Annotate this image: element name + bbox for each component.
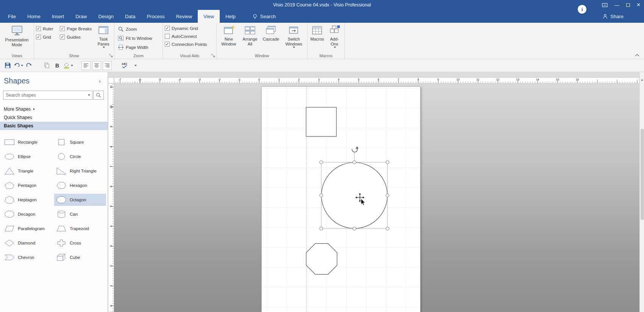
grid-checkbox[interactable]: Grid (36, 34, 57, 39)
task-panes-button[interactable]: Task Panes (95, 24, 112, 53)
autoconnect-checkbox[interactable]: AutoConnect (165, 34, 207, 39)
stencil-decagon[interactable]: Decagon (2, 208, 54, 220)
stencil-diamond[interactable]: Diamond (2, 237, 54, 249)
collapse-panel-button[interactable]: ‹ (96, 78, 104, 84)
copy-button[interactable] (42, 61, 51, 70)
undo-button[interactable] (14, 61, 23, 70)
ruler-label: 13 (516, 78, 519, 81)
tab-process[interactable]: Process (141, 10, 170, 23)
stencil-hexagon[interactable]: Hexagon (54, 179, 106, 191)
ruler-label: 11 (476, 78, 479, 81)
maximize-button[interactable] (626, 3, 630, 7)
tab-insert[interactable]: Insert (46, 10, 70, 23)
arrange-all-button[interactable]: Arrange All (240, 24, 259, 53)
guides-checkbox[interactable]: Guides (60, 34, 92, 39)
stencil-cube[interactable]: Cube (54, 251, 106, 263)
vertical-scrollbar[interactable] (639, 72, 644, 312)
show-dialog-launcher-icon[interactable] (109, 53, 113, 58)
stencil-square[interactable]: Square (54, 136, 106, 148)
stencil-heptagon[interactable]: Heptagon (2, 194, 54, 206)
stencil-triangle[interactable]: Triangle (2, 165, 54, 177)
ribbon-display-options-button[interactable] (602, 3, 608, 8)
page-width-button[interactable]: Page Width (116, 44, 154, 51)
tab-draw[interactable]: Draw (70, 10, 92, 23)
rotation-handle[interactable] (352, 146, 358, 152)
ruler-label: 12 (496, 78, 500, 81)
stencil-circle[interactable]: Circle (54, 151, 106, 163)
stencil-cross[interactable]: Cross (54, 237, 106, 249)
align-right-button[interactable] (103, 61, 112, 70)
save-button[interactable] (3, 61, 12, 70)
fill-color-button[interactable] (63, 61, 73, 70)
zoom-button[interactable]: Zoom (116, 25, 154, 33)
new-window-button[interactable]: New Window (219, 24, 239, 53)
tab-home[interactable]: Home (22, 10, 46, 23)
selection-handle-n[interactable] (353, 161, 356, 164)
square-shape[interactable] (306, 107, 336, 136)
tab-review[interactable]: Review (170, 10, 198, 23)
spelling-button[interactable]: ABC (120, 61, 129, 70)
more-shapes-item[interactable]: More Shapes (0, 105, 108, 113)
cascade-button[interactable]: Cascade (261, 24, 281, 53)
connection-points-checkbox[interactable]: Connection Points (165, 42, 207, 47)
selection-handle-e[interactable] (386, 194, 389, 197)
checkbox-icon (36, 26, 41, 31)
scrollbar-thumb[interactable] (641, 129, 644, 220)
tab-data[interactable]: Data (119, 10, 141, 23)
stencil-right-triangle[interactable]: Right Triangle (54, 165, 106, 177)
basic-shapes-item[interactable]: Basic Shapes (0, 122, 108, 130)
collapse-ribbon-button[interactable] (634, 53, 640, 58)
selection-handle-sw[interactable] (320, 227, 323, 230)
stencil-octagon[interactable]: Octagon (54, 194, 106, 206)
tell-me-search[interactable]: Search (247, 10, 281, 23)
fit-to-window-button[interactable]: Fit to Window (116, 34, 154, 42)
ribbon-group-window: New Window Arrange All (217, 23, 308, 59)
tab-help[interactable]: Help (220, 10, 241, 23)
close-button[interactable]: × (637, 2, 640, 8)
redo-button[interactable] (25, 61, 34, 70)
info-button[interactable]: i (578, 5, 586, 14)
search-dropdown-button[interactable] (85, 91, 92, 100)
search-shapes-button[interactable] (93, 91, 104, 100)
copy-icon (44, 62, 50, 69)
visual-aids-dialog-launcher-icon[interactable] (211, 53, 216, 58)
align-left-button[interactable] (81, 61, 91, 70)
stencil-trapezoid[interactable]: Trapezoid (54, 223, 106, 235)
stencil-ellipse[interactable]: Ellipse (2, 151, 54, 163)
macros-button[interactable]: Macros (309, 24, 325, 53)
stencil-rectangle[interactable]: Rectangle (2, 136, 54, 148)
switch-windows-button[interactable]: Switch Windows (282, 24, 305, 53)
circle-shape[interactable] (322, 163, 388, 229)
scroll-up-icon[interactable] (641, 79, 643, 81)
bold-button[interactable]: B (53, 61, 62, 70)
presentation-mode-button[interactable]: Presentation Mode (2, 24, 32, 53)
customize-toolbar-button[interactable] (131, 61, 140, 70)
page-breaks-checkbox[interactable]: Page Breaks (60, 26, 92, 31)
tab-view[interactable]: View (198, 10, 220, 23)
stencil-parallelogram[interactable]: Parallelogram (2, 223, 54, 235)
share-button[interactable]: Share (602, 10, 624, 23)
dynamic-grid-checkbox[interactable]: Dynamic Grid (165, 26, 207, 31)
selection-handle-w[interactable] (320, 194, 323, 197)
octagon-shape[interactable] (306, 243, 337, 274)
selection-handle-s[interactable] (353, 227, 356, 230)
selection-handle-se[interactable] (386, 227, 389, 230)
tab-design[interactable]: Design (93, 10, 119, 23)
ruler-label: -6 (138, 78, 141, 81)
selection-handle-nw[interactable] (320, 161, 323, 164)
minimize-button[interactable]: — (614, 3, 619, 8)
stencil-can[interactable]: Can (54, 208, 106, 220)
ruler-label: 16 (576, 78, 579, 81)
stencil-pentagon[interactable]: Pentagon (2, 179, 54, 191)
right-triangle-icon (56, 167, 67, 175)
align-center-button[interactable] (92, 61, 101, 70)
add-ons-button[interactable]: Add-Ons (327, 24, 342, 53)
tab-file[interactable]: File (2, 10, 22, 23)
search-shapes-input[interactable] (3, 91, 85, 100)
stencil-chevron[interactable]: Chevron (2, 251, 54, 263)
ruler-checkbox[interactable]: Ruler (36, 26, 57, 31)
ruler-label: -7 (119, 78, 121, 81)
selection-handle-ne[interactable] (386, 161, 389, 164)
quick-shapes-item[interactable]: Quick Shapes (0, 113, 108, 122)
drawing-viewport[interactable] (114, 83, 639, 312)
